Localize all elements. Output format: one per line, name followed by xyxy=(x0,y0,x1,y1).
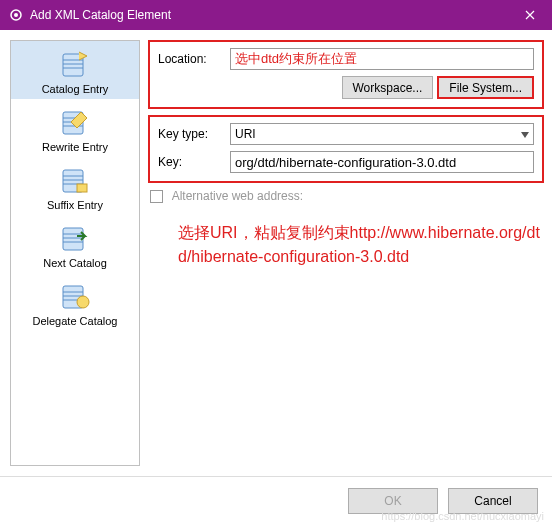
window-title: Add XML Catalog Element xyxy=(30,8,507,22)
alt-address-label: Alternative web address: xyxy=(172,189,303,203)
footer: OK Cancel xyxy=(0,476,552,524)
delegate-catalog-icon xyxy=(57,279,93,313)
sidebar-item-rewrite-entry[interactable]: Rewrite Entry xyxy=(11,99,139,157)
svg-rect-5 xyxy=(77,184,87,192)
sidebar-item-next-catalog[interactable]: Next Catalog xyxy=(11,215,139,273)
file-system-button[interactable]: File System... xyxy=(437,76,534,99)
next-catalog-icon xyxy=(57,221,93,255)
alt-address-row: Alternative web address: xyxy=(148,189,544,203)
keytype-select[interactable]: URI xyxy=(230,123,534,145)
sidebar-item-label: Catalog Entry xyxy=(42,83,109,95)
sidebar-item-suffix-entry[interactable]: Suffix Entry xyxy=(11,157,139,215)
key-input[interactable] xyxy=(230,151,534,173)
sidebar-item-label: Next Catalog xyxy=(43,257,107,269)
cancel-button[interactable]: Cancel xyxy=(448,488,538,514)
sidebar-item-label: Delegate Catalog xyxy=(32,315,117,327)
annotation-text: 选择URI，粘贴复制约束http://www.hibernate.org/dtd… xyxy=(148,221,544,267)
keytype-label: Key type: xyxy=(158,127,230,141)
location-group: Location: Workspace... File System... xyxy=(148,40,544,109)
svg-point-1 xyxy=(14,13,18,17)
ok-button[interactable]: OK xyxy=(348,488,438,514)
suffix-entry-icon xyxy=(57,163,93,197)
workspace-button[interactable]: Workspace... xyxy=(342,76,434,99)
alt-address-checkbox[interactable] xyxy=(150,190,163,203)
titlebar: Add XML Catalog Element xyxy=(0,0,552,30)
close-button[interactable] xyxy=(507,0,552,30)
rewrite-entry-icon xyxy=(57,105,93,139)
sidebar-item-label: Rewrite Entry xyxy=(42,141,108,153)
sidebar: Catalog Entry Rewrite Entry Suffix Entry… xyxy=(10,40,140,466)
keytype-value: URI xyxy=(235,127,256,141)
app-icon xyxy=(8,7,24,23)
form-area: Location: Workspace... File System... Ke… xyxy=(148,40,544,466)
svg-point-8 xyxy=(77,296,89,308)
catalog-entry-icon xyxy=(57,47,93,81)
sidebar-item-label: Suffix Entry xyxy=(47,199,103,211)
key-label: Key: xyxy=(158,155,230,169)
location-input[interactable] xyxy=(230,48,534,70)
svg-rect-6 xyxy=(63,228,83,250)
key-group: Key type: URI Key: xyxy=(148,115,544,183)
sidebar-item-catalog-entry[interactable]: Catalog Entry xyxy=(11,41,139,99)
chevron-down-icon xyxy=(521,127,529,141)
dialog-body: Catalog Entry Rewrite Entry Suffix Entry… xyxy=(0,30,552,476)
sidebar-item-delegate-catalog[interactable]: Delegate Catalog xyxy=(11,273,139,331)
location-label: Location: xyxy=(158,52,230,66)
